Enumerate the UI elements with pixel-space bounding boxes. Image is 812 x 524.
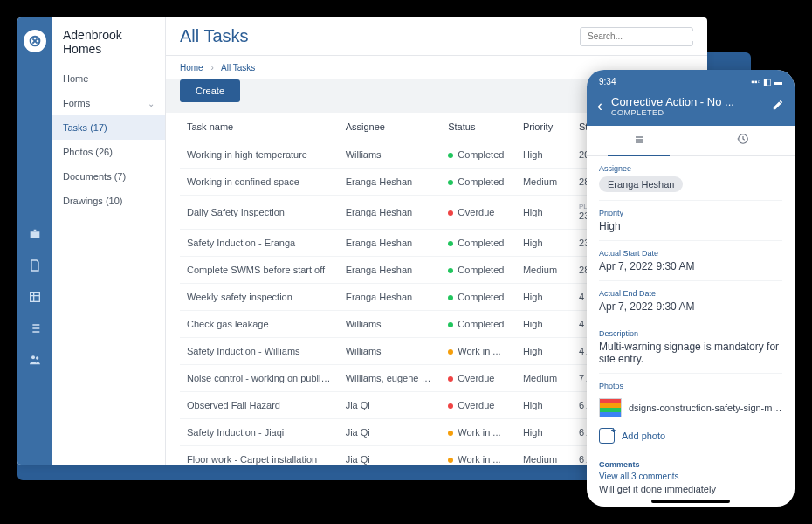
- end-date-label: Actual End Date: [599, 289, 782, 298]
- mobile-body: Assignee Eranga Heshan Priority High Act…: [587, 156, 795, 496]
- sidebar: Adenbrook Homes HomeForms⌄Tasks (17)Phot…: [52, 17, 166, 465]
- svg-point-2: [31, 355, 35, 359]
- assignee-chip[interactable]: Eranga Heshan: [599, 176, 683, 192]
- edit-button[interactable]: [772, 99, 784, 114]
- end-date-value: Apr 7, 2022 9:30 AM: [599, 300, 782, 313]
- mobile-time: 9:34: [599, 77, 616, 86]
- search-box[interactable]: [580, 27, 693, 46]
- list-icon[interactable]: [28, 321, 42, 335]
- battery-icon: ▬: [774, 77, 782, 86]
- page-title: All Tasks: [180, 26, 249, 46]
- sidebar-item[interactable]: Photos (26): [52, 140, 165, 164]
- breadcrumb-current[interactable]: All Tasks: [221, 63, 255, 72]
- assignee-label: Assignee: [599, 164, 782, 173]
- tab-details[interactable]: [587, 126, 691, 155]
- camera-icon: [599, 428, 615, 444]
- sidebar-item[interactable]: Home: [52, 66, 165, 91]
- photo-item[interactable]: dsigns-construction-safety-sign-multi-..…: [599, 393, 782, 423]
- app-logo[interactable]: [24, 30, 46, 52]
- nav-rail: [17, 17, 52, 465]
- mobile-status-icons: ▪▪▫ ◧ ▬: [751, 77, 782, 86]
- add-photo-button[interactable]: Add photo: [599, 423, 782, 449]
- mobile-title: Corrective Action - No ...: [611, 95, 763, 108]
- description-label: Description: [599, 329, 782, 338]
- signal-icon: ▪▪▫: [751, 77, 760, 86]
- mobile-tabs: [587, 126, 795, 156]
- column-header[interactable]: Assignee: [339, 113, 442, 141]
- topbar: All Tasks: [166, 17, 707, 56]
- mobile-status-label: COMPLETED: [611, 108, 763, 117]
- start-date-label: Actual Start Date: [599, 249, 782, 258]
- start-date-value: Apr 7, 2022 9:30 AM: [599, 260, 782, 272]
- mobile-header: ‹ Corrective Action - No ... COMPLETED: [587, 90, 795, 126]
- svg-rect-1: [31, 293, 40, 302]
- mobile-status-bar: 9:34 ▪▪▫ ◧ ▬: [587, 70, 795, 90]
- priority-label: Priority: [599, 209, 782, 217]
- description-value: Multi-warning signage is mandatory for s…: [599, 341, 782, 365]
- column-header[interactable]: Task name: [180, 113, 339, 141]
- workspace-name: Adenbrook Homes: [52, 28, 165, 66]
- search-input[interactable]: [588, 31, 698, 41]
- chevron-down-icon: ⌄: [148, 99, 155, 108]
- sidebar-item[interactable]: Forms⌄: [52, 91, 165, 115]
- sidebar-item[interactable]: Tasks (17): [52, 115, 165, 140]
- comments-label: Comments: [599, 460, 782, 469]
- tab-history[interactable]: [691, 126, 795, 155]
- users-icon[interactable]: [28, 353, 42, 367]
- create-button[interactable]: Create: [180, 79, 240, 102]
- priority-value: High: [599, 220, 782, 232]
- wifi-icon: ◧: [763, 77, 771, 86]
- comment-meta: Isabel Han on Apr 7, 2022 9:33 AM: [599, 494, 782, 496]
- photo-filename: dsigns-construction-safety-sign-multi-..…: [629, 403, 782, 413]
- column-header[interactable]: Status: [441, 113, 516, 141]
- briefcase-icon[interactable]: [28, 227, 42, 241]
- chevron-right-icon: ›: [210, 63, 213, 72]
- document-icon[interactable]: [28, 259, 42, 272]
- home-indicator: [651, 500, 730, 503]
- back-button[interactable]: ‹: [597, 97, 602, 115]
- photos-label: Photos: [599, 382, 782, 390]
- breadcrumb-home[interactable]: Home: [180, 63, 203, 72]
- sidebar-item[interactable]: Drawings (10): [52, 189, 165, 213]
- svg-point-3: [36, 356, 38, 359]
- column-header[interactable]: Priority: [516, 113, 572, 141]
- sidebar-item[interactable]: Documents (7): [52, 164, 165, 189]
- photo-thumbnail: [599, 398, 622, 417]
- grid-icon[interactable]: [28, 290, 42, 304]
- comment-text: Will get it done immediately: [599, 484, 782, 494]
- view-all-comments[interactable]: View all 3 comments: [599, 472, 782, 481]
- mobile-preview: 9:34 ▪▪▫ ◧ ▬ ‹ Corrective Action - No ..…: [587, 70, 795, 507]
